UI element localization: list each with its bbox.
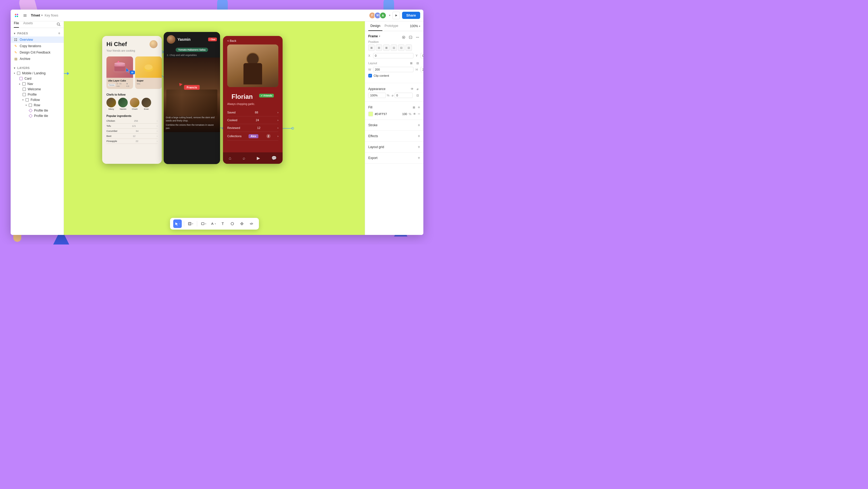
visibility-toggle[interactable]: 👁 (411, 87, 414, 91)
opacity-row: % ⌀ ⊡ (368, 93, 420, 98)
layout-icon-1[interactable]: ⊞ (408, 60, 414, 66)
layout-grid-header: Layout grid + (368, 145, 420, 149)
tab-prototype[interactable]: Prototype (382, 21, 400, 31)
align-center-v[interactable]: ⊡ (398, 45, 404, 51)
h-input[interactable] (421, 67, 423, 72)
ellipse-tool[interactable] (228, 220, 237, 228)
appearance-controls: 👁 ⌀ (411, 86, 420, 92)
opacity-input[interactable] (368, 93, 386, 98)
tab-assets[interactable]: Assets (23, 21, 33, 28)
layout-icon-2[interactable]: ⊟ (415, 60, 420, 66)
chef-user-avatar (150, 40, 158, 48)
effect-icon-btn[interactable] (408, 35, 413, 40)
stroke-header: Stroke + (368, 123, 420, 127)
frame-icon-nav (22, 82, 26, 86)
page-item-archive[interactable]: ▤ Archive (11, 56, 64, 62)
app-window: Trivet ▾ Key flows F M A ▾ Share (11, 9, 423, 235)
layer-follow[interactable]: ▾ Follow (11, 97, 64, 103)
chat-nav-icon[interactable]: 💬 (271, 155, 277, 161)
share-button[interactable]: Share (402, 12, 420, 19)
layer-nav[interactable]: ▸ Nav (11, 81, 64, 87)
fill-color-swatch[interactable] (368, 112, 373, 116)
add-effect-button[interactable]: + (418, 134, 420, 138)
add-stroke-button[interactable]: + (418, 123, 420, 127)
friends-badge: ✓ Friends (259, 94, 274, 97)
resize-icon[interactable]: ⊡ (415, 93, 420, 98)
ingredient-chicken: Chicken 256 › (106, 118, 158, 123)
chef-evan: Evan (142, 98, 151, 110)
fill-icon-btn[interactable] (401, 35, 406, 40)
x-input[interactable] (373, 53, 413, 58)
h-field: H (416, 67, 423, 72)
fill-visibility[interactable]: 👁 (413, 112, 416, 116)
page-item-design[interactable]: ✎ Design Crit Feedback (11, 49, 64, 56)
svg-rect-19 (115, 66, 125, 71)
frame-section: Frame ▾ (365, 31, 423, 83)
align-center-h[interactable]: ⊟ (376, 45, 382, 51)
add-page-button[interactable]: + (58, 31, 60, 35)
clip-content-checkbox[interactable]: ✓ (368, 74, 372, 78)
more-icon-btn[interactable] (415, 35, 420, 40)
component-tool[interactable] (238, 220, 246, 228)
video-nav-icon[interactable]: ▶ (257, 155, 260, 161)
select-tool[interactable]: ▾ (173, 220, 182, 228)
svg-line-9 (59, 25, 60, 26)
rectangle-tool[interactable]: ▾ (199, 220, 208, 228)
home-nav-icon[interactable]: ⌂ (229, 156, 231, 161)
fill-label: Fill (368, 106, 372, 109)
remove-fill-btn[interactable]: − (418, 112, 420, 116)
vector-tool[interactable]: ▾ (209, 220, 217, 228)
corner-input[interactable] (395, 93, 413, 98)
layer-row[interactable]: ▾ Row (11, 103, 64, 108)
layer-profile-tile-2[interactable]: Profile tile (11, 113, 64, 118)
panel-toggle-button[interactable] (21, 12, 29, 19)
project-name[interactable]: Trivet ▾ (31, 13, 42, 17)
code-tool[interactable] (247, 220, 256, 228)
layer-welcome[interactable]: Welcome (11, 87, 64, 92)
add-layout-grid-button[interactable]: + (418, 145, 420, 149)
chefs-title: Chefs to follow (106, 93, 158, 96)
svg-rect-10 (14, 38, 16, 39)
frame-row: Frame ▾ (368, 34, 420, 40)
pages-section-header: ▾ Pages + (11, 30, 64, 36)
frame-chef-app: Hi Chef Your friends are cooking (102, 36, 162, 164)
page-item-copy[interactable]: ✎ Copy Iterations (11, 43, 64, 49)
ingredient-cucumber: Cucumber 64 › (106, 128, 158, 134)
align-right[interactable]: ⊞ (383, 45, 390, 51)
wh-row: W H (368, 67, 420, 72)
layer-card[interactable]: Card (11, 76, 64, 81)
add-export-button[interactable]: + (418, 156, 420, 160)
alex-badge: Alex (249, 134, 258, 138)
tab-design[interactable]: Design (368, 21, 382, 31)
bottom-toolbar: ▾ ▾ ▾ (170, 218, 259, 230)
evan-avatar (142, 98, 151, 107)
layer-profile[interactable]: Profile (11, 92, 64, 97)
text-tool[interactable] (218, 220, 227, 228)
add-fill-button[interactable]: + (418, 105, 420, 110)
layer-mobile-landing[interactable]: ▾ Mobile / Landing (11, 70, 64, 76)
fill-grid-icon[interactable]: ⊞ (411, 105, 417, 110)
y-input[interactable] (421, 53, 423, 58)
layer-profile-tile-1[interactable]: Profile tile (11, 108, 64, 113)
ingredient-beet: Beet 12 › (106, 134, 158, 139)
appearance-settings[interactable]: ⌀ (415, 86, 420, 92)
profile-back[interactable]: < Back (223, 36, 283, 45)
zoom-control[interactable]: 100% ▾ (410, 21, 420, 31)
w-input[interactable] (373, 67, 413, 72)
canvas-area[interactable]: Hi Chef Your friends are cooking (64, 21, 365, 235)
frame-icon-profile (22, 93, 26, 96)
stat-collections: Collections Alex 2 › (227, 132, 278, 141)
search-button[interactable] (57, 22, 60, 27)
align-top[interactable]: ⊡ (391, 45, 397, 51)
ingredients-title: Popular ingredients (106, 115, 158, 117)
frame-profile: < Back Florian (223, 36, 283, 164)
frame-selector[interactable]: Frame ▾ (368, 34, 380, 38)
tab-file[interactable]: File (14, 21, 19, 28)
page-item-overview[interactable]: Overview (11, 36, 64, 43)
align-left[interactable]: ⊞ (368, 45, 375, 51)
align-bottom[interactable]: ⊡ (406, 45, 412, 51)
play-button[interactable] (393, 12, 400, 19)
frame-tool[interactable]: ▾ (186, 220, 195, 228)
search-nav-icon[interactable]: ⌕ (243, 156, 245, 161)
svg-rect-1 (17, 14, 18, 15)
